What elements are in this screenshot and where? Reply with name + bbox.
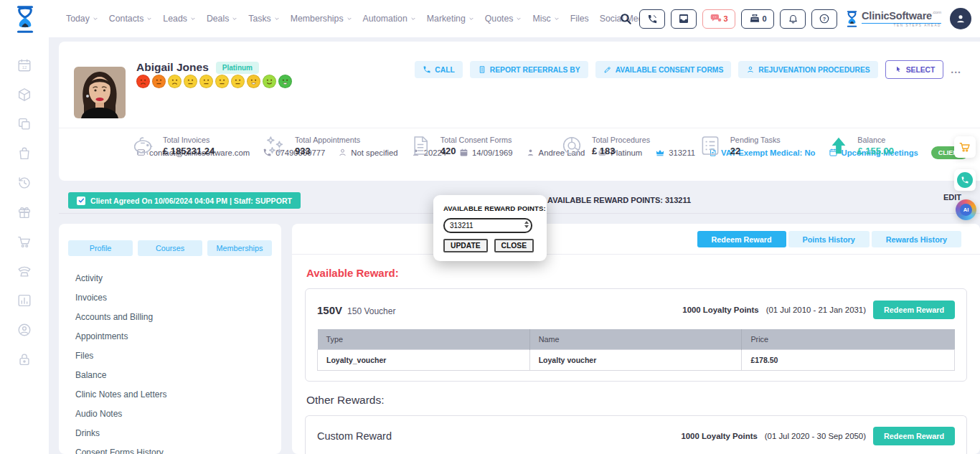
- phone-call-icon: [423, 65, 431, 74]
- tab-points-history[interactable]: Points History: [788, 231, 870, 247]
- menu-item-activity[interactable]: Activity: [75, 268, 281, 288]
- menu-item-files[interactable]: Files: [75, 346, 281, 365]
- client-menu: Activity Invoices Accounts and Billing A…: [59, 256, 281, 454]
- reward-points-cost: 1000 Loyalty Points: [682, 306, 758, 314]
- call-label: CALL: [435, 66, 454, 74]
- nav-item-contacts[interactable]: Contacts: [109, 14, 153, 24]
- nav-item-quotes[interactable]: Quotes: [485, 14, 522, 24]
- tab-courses[interactable]: Courses: [138, 240, 202, 256]
- nav-label: Automation: [363, 14, 407, 24]
- history-icon[interactable]: [17, 175, 32, 191]
- mood-face-icon[interactable]: [152, 75, 166, 88]
- number-spinner[interactable]: [524, 221, 529, 228]
- mood-face-icon[interactable]: [278, 75, 292, 88]
- brand-text: ClinicSoftware.com TEN STEPS AHEAD: [862, 10, 941, 28]
- gift-icon[interactable]: [17, 204, 32, 220]
- notifications-button[interactable]: [780, 9, 806, 29]
- menu-item-consent-forms-history[interactable]: Consent Forms History: [75, 443, 281, 454]
- dialer-button[interactable]: [639, 9, 665, 29]
- nav-item-today[interactable]: Today: [66, 14, 98, 24]
- register-button[interactable]: 0: [741, 9, 774, 29]
- cash-register-icon: [749, 13, 760, 24]
- shopping-bag-icon[interactable]: [17, 146, 32, 161]
- mood-face-icon[interactable]: [247, 75, 260, 88]
- help-button[interactable]: ?: [811, 9, 837, 29]
- floating-whatsapp-button[interactable]: [954, 169, 976, 191]
- update-button[interactable]: UPDATE: [443, 239, 488, 252]
- inbox-button[interactable]: [671, 9, 697, 29]
- stat-label: Total Invoices: [163, 136, 215, 144]
- nav-item-files[interactable]: Files: [570, 14, 589, 24]
- bar-chart-icon[interactable]: [17, 293, 32, 308]
- mood-scale: [136, 75, 292, 88]
- calendar-icon[interactable]: 12: [17, 57, 32, 73]
- menu-item-accounts-and-billing[interactable]: Accounts and Billing: [75, 307, 281, 326]
- mood-face-icon[interactable]: [168, 75, 182, 88]
- redeem-reward-button[interactable]: Redeem Reward: [873, 301, 955, 319]
- nav-item-marketing[interactable]: Marketing: [427, 14, 474, 24]
- phone-classic-icon[interactable]: [17, 263, 32, 279]
- custom-reward-points: 1000 Loyalty Points: [681, 432, 757, 440]
- menu-item-drinks[interactable]: Drinks: [75, 423, 281, 443]
- mood-face-icon[interactable]: [199, 75, 213, 88]
- menu-item-appointments[interactable]: Appointments: [75, 326, 281, 346]
- menu-item-audio-notes[interactable]: Audio Notes: [75, 404, 281, 423]
- tab-memberships[interactable]: Memberships: [207, 240, 272, 256]
- menu-item-clinic-notes[interactable]: Clinic Notes and Letters: [75, 384, 281, 404]
- copy-icon[interactable]: [17, 116, 32, 132]
- nav-item-memberships[interactable]: Memberships: [291, 14, 352, 24]
- nav-item-deals[interactable]: Deals: [207, 14, 237, 24]
- mood-face-icon[interactable]: [184, 75, 197, 88]
- tab-profile[interactable]: Profile: [68, 240, 133, 256]
- mood-face-icon[interactable]: [263, 75, 276, 88]
- call-button[interactable]: CALL: [415, 61, 462, 78]
- svg-text:12: 12: [22, 65, 27, 70]
- nav-item-automation[interactable]: Automation: [363, 14, 416, 24]
- client-agreed-banner[interactable]: Client Agreed On 10/06/2024 04:04 PM | S…: [68, 192, 301, 209]
- nav-label: Files: [570, 14, 589, 24]
- table-row[interactable]: Loyalty_voucher Loyalty voucher £178.50: [318, 350, 955, 371]
- brand-logo[interactable]: ClinicSoftware.com TEN STEPS AHEAD: [846, 10, 941, 28]
- user-circle-icon[interactable]: [17, 322, 32, 338]
- mood-face-icon[interactable]: [231, 75, 245, 88]
- search-icon[interactable]: [619, 12, 632, 25]
- cart-icon[interactable]: [17, 234, 32, 250]
- nav-item-misc[interactable]: Misc: [532, 14, 559, 24]
- chat-button[interactable]: 3: [702, 9, 735, 29]
- nav-item-tasks[interactable]: Tasks: [248, 14, 279, 24]
- report-referrals-button[interactable]: REPORT REFERRALS BY: [470, 61, 588, 78]
- consent-forms-button[interactable]: AVAILABLE CONSENT FORMS: [595, 61, 732, 78]
- custom-reward-validity: (01 Jul 2020 - 30 Sep 2050): [765, 432, 866, 440]
- lock-icon[interactable]: [17, 351, 32, 367]
- mood-face-icon[interactable]: [215, 75, 229, 88]
- nav-label: Misc: [532, 14, 550, 24]
- package-icon[interactable]: [17, 87, 32, 103]
- bell-icon: [788, 14, 798, 24]
- brand-name: ClinicSoftware: [862, 10, 932, 22]
- custom-reward-card: Custom Reward 1000 Loyalty Points (01 Ju…: [305, 415, 967, 454]
- mood-face-icon[interactable]: [136, 75, 150, 88]
- user-avatar[interactable]: [950, 8, 971, 29]
- floating-cart-button[interactable]: [954, 136, 976, 158]
- nav-item-leads[interactable]: Leads: [163, 14, 196, 24]
- edit-points-button[interactable]: EDIT: [943, 193, 961, 202]
- select-button[interactable]: SELECT: [885, 60, 944, 79]
- stat-label: Balance: [857, 136, 894, 144]
- brand-tagline: TEN STEPS AHEAD: [862, 23, 941, 28]
- tab-rewards-history[interactable]: Rewards History: [872, 231, 961, 247]
- rejuvenation-button[interactable]: REJUVENATION PROCEDURES: [738, 61, 877, 78]
- floating-ai-button[interactable]: AI: [956, 199, 976, 220]
- more-actions-button[interactable]: ...: [951, 64, 961, 75]
- cart-icon: [958, 141, 971, 153]
- chevron-down-icon: [347, 16, 352, 22]
- clinicsoftware-logo-icon[interactable]: [14, 6, 36, 33]
- close-button[interactable]: CLOSE: [494, 239, 534, 252]
- piggy-bank-icon: [131, 133, 155, 158]
- agreement-checkbox[interactable]: [77, 197, 85, 205]
- menu-item-invoices[interactable]: Invoices: [75, 288, 281, 307]
- tab-redeem-reward[interactable]: Redeem Reward: [697, 231, 786, 247]
- client-photo[interactable]: [74, 67, 126, 118]
- redeem-custom-reward-button[interactable]: Redeem Reward: [873, 427, 955, 445]
- menu-item-balance[interactable]: Balance: [75, 365, 281, 384]
- reward-points-input[interactable]: [443, 218, 532, 233]
